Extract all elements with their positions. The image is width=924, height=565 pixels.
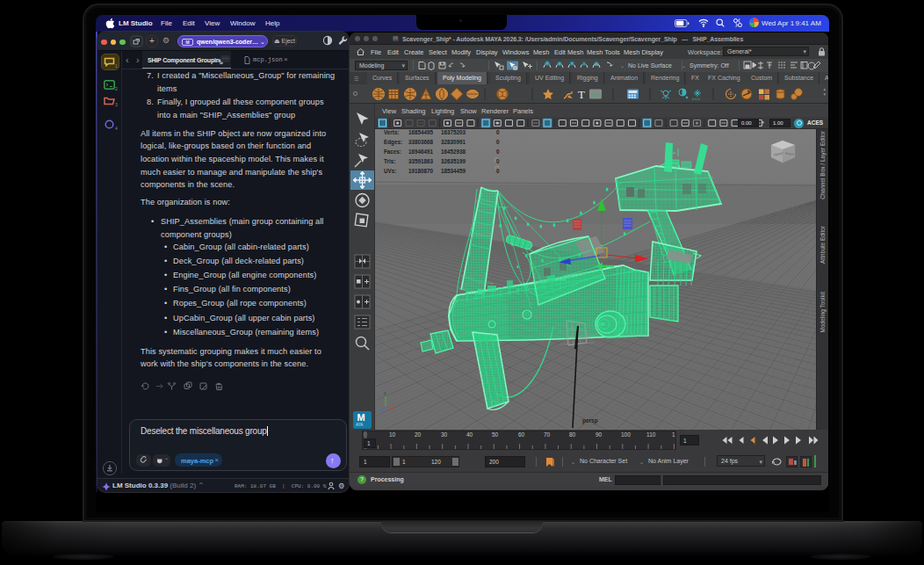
svg-text:0: 0 xyxy=(496,158,500,164)
svg-text:Verts:: Verts: xyxy=(384,129,400,135)
svg-text:0.0.0: 0.0.0 xyxy=(692,97,701,101)
svg-text:16946491: 16946491 xyxy=(408,148,434,155)
svg-text:16375203: 16375203 xyxy=(441,129,466,135)
svg-text:UVs:: UVs: xyxy=(384,168,396,174)
svg-text:Faces:: Faces: xyxy=(384,148,401,155)
svg-text:SVG: SVG xyxy=(591,92,602,98)
svg-text:persp: persp xyxy=(582,417,598,424)
svg-text:18534459: 18534459 xyxy=(441,168,466,174)
svg-text:32830991: 32830991 xyxy=(441,139,466,145)
svg-text:Tris:: Tris: xyxy=(384,158,395,164)
svg-text:32635199: 32635199 xyxy=(441,158,466,164)
svg-text:0: 0 xyxy=(496,168,500,174)
svg-text:33803668: 33803668 xyxy=(408,139,434,145)
svg-text:19180870: 19180870 xyxy=(408,168,434,174)
svg-text:16854495: 16854495 xyxy=(408,129,434,135)
svg-text:0: 0 xyxy=(496,129,500,135)
svg-text:0: 0 xyxy=(496,148,500,155)
svg-text:33591863: 33591863 xyxy=(408,158,434,164)
svg-text:16452938: 16452938 xyxy=(441,148,466,155)
svg-text:T: T xyxy=(578,88,585,101)
svg-text:0: 0 xyxy=(496,139,500,145)
svg-text:Edges:: Edges: xyxy=(384,139,402,146)
